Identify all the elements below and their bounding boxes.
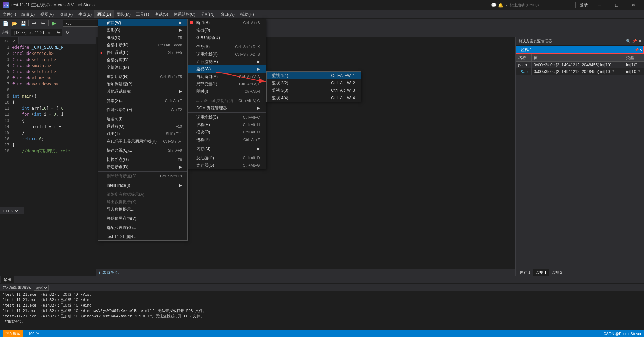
debug-menu-break-all[interactable]: 全部中断(K) Ctrl+Alt+Break	[98, 41, 187, 49]
sep-9	[98, 190, 187, 190]
menu-view[interactable]: 视图(V)	[38, 10, 56, 18]
debug-menu-continue[interactable]: 继续(C) F5	[98, 34, 187, 41]
debug-menu-restart[interactable]: 重新启动(R) Ctrl+Shift+F5	[98, 73, 187, 80]
zoom-select[interactable]: 100 %	[1, 209, 19, 213]
watch-row-1[interactable]: ▷ arr 0x00e3fc0c {2, 14941212, 2048455( …	[516, 62, 644, 68]
debug-menu-intellitrace[interactable]: IntelliTrace(I) ▶	[98, 182, 187, 189]
watch-1-menuitem[interactable]: 监视 1(1) Ctrl+Alt+W, 1	[267, 72, 361, 79]
window-submenu-locals[interactable]: 局部变量(L) Ctrl+Alt+V, L	[188, 80, 266, 88]
window-submenu-tasks[interactable]: 任务(S) Ctrl+Shift+D, K	[188, 43, 266, 50]
debug-menu-exceptions[interactable]: 异常(X)... Ctrl+Alt+E	[98, 97, 187, 104]
process-select[interactable]: [13256] test-11-21.exe	[11, 29, 62, 36]
watch-submenu-dropdown[interactable]: 监视 1(1) Ctrl+Alt+W, 1 监视 2(2) Ctrl+Alt+W…	[266, 71, 361, 102]
expand-icon-1[interactable]: ▷	[518, 63, 521, 67]
maximize-button[interactable]: □	[609, 0, 624, 10]
menu-debug[interactable]: 调试(D)	[94, 10, 114, 18]
window-submenu-disassembly[interactable]: 反汇编(D) Ctrl+Alt+D	[188, 154, 266, 162]
output-line-1: "test-11-21.exe" (Win32)：已加载 "D:\Visu	[3, 292, 641, 297]
debug-menu-perf[interactable]: 性能和诊断(F) Alt+F2	[98, 106, 187, 113]
login-button[interactable]: 登录	[580, 2, 588, 8]
watch-col-type: 类型	[624, 54, 644, 62]
solution-explorer-search[interactable]: 🔍	[626, 39, 631, 43]
debug-menu-dropdown[interactable]: 窗口(W) ▶ 图形(C) ▶ 继续(C) F5 全部中断(K) Ctrl+Al…	[98, 19, 188, 241]
close-button[interactable]: ✕	[626, 0, 641, 10]
minimize-button[interactable]: ─	[592, 0, 607, 10]
window-submenu-callstack[interactable]: 调用堆栈(K) Ctrl+Shift+D, S	[188, 50, 266, 58]
editor-tab-testc[interactable]: test.c ✕	[0, 37, 19, 44]
debug-menu-terminate-all[interactable]: 全部终止(M)	[98, 64, 187, 71]
debug-menu-other-targets[interactable]: 其他调试目标 ▶	[98, 88, 187, 95]
window-submenu-parallel-watch[interactable]: 并行监视(R) ▶	[188, 58, 266, 65]
watch-tab-memory1[interactable]: 内存 1	[517, 269, 533, 276]
window-submenu-gpu-threads[interactable]: GPU 线程(U)	[188, 34, 266, 41]
menu-build[interactable]: 生成(B)	[75, 10, 94, 18]
window-submenu-dom[interactable]: DOM 资源管理器 ▶	[188, 104, 266, 112]
window-submenu-output[interactable]: 输出(O)	[188, 26, 266, 34]
debug-menu-options[interactable]: 选项和设置(G)...	[98, 224, 187, 231]
debug-menu-quickwatch[interactable]: 快速监视(Q)... Shift+F9	[98, 147, 187, 154]
solution-explorer-pin[interactable]: 📌	[632, 39, 637, 43]
debug-menu-toggle-bp[interactable]: 切换断点(G) F9	[98, 156, 187, 163]
status-zoom[interactable]: 100 %	[28, 332, 39, 336]
window-submenu-threads[interactable]: 线程(H) Ctrl+Alt+H	[188, 121, 266, 128]
debug-menu-window[interactable]: 窗口(W) ▶	[98, 19, 187, 26]
debug-menu-properties[interactable]: test-11-21 属性...	[98, 233, 187, 240]
window-submenu-breakpoints[interactable]: 断点(B) Ctrl+Alt+B	[188, 19, 266, 26]
debug-menu-step-into[interactable]: 逐语句(I) F11	[98, 115, 187, 123]
debug-menu-attach[interactable]: 附加到进程(P)...	[98, 80, 187, 88]
menu-analyze[interactable]: 分析(N)	[198, 10, 217, 18]
watch-tab-watch1[interactable]: 监视 1	[533, 269, 549, 276]
toolbar-open[interactable]: 📂	[10, 19, 18, 27]
watch-panel-controls: 📌 ✕	[635, 48, 642, 52]
watch-2-menuitem[interactable]: 监视 2(2) Ctrl+Alt+W, 2	[267, 79, 361, 87]
window-submenu-callstack2[interactable]: 调用堆栈(C) Ctrl+Alt+C	[188, 113, 266, 121]
window-submenu-memory[interactable]: 内存(M) ▶	[188, 145, 266, 152]
solution-explorer-close[interactable]: ✕	[638, 39, 641, 43]
debug-menu-new-bp[interactable]: 新建断点(B) ▶	[98, 163, 187, 171]
menu-team[interactable]: 团队(M)	[114, 10, 133, 18]
debug-menu-stop[interactable]: ■ 停止调试(E) Shift+F5	[98, 49, 187, 56]
window-submenu-processes[interactable]: 进程(P) Ctrl+Alt+Z	[188, 136, 266, 143]
debug-menu-import-datatips[interactable]: 导入数据提示...	[98, 206, 187, 213]
menu-tools[interactable]: 工具(T)	[133, 10, 152, 18]
watch-pin-icon[interactable]: 📌	[635, 48, 639, 52]
debug-menu-step-over[interactable]: 逐过程(O) F10	[98, 123, 187, 130]
menu-project[interactable]: 项目(P)	[56, 10, 75, 18]
window-submenu-registers[interactable]: 寄存器(G) Ctrl+Alt+G	[188, 162, 266, 169]
window-submenu-modules[interactable]: 模块(O) Ctrl+Alt+U	[188, 128, 266, 136]
debug-menu-graphic[interactable]: 图形(C) ▶	[98, 26, 187, 34]
debug-menu-callstack-map[interactable]: 在代码图上显示调用堆栈(K) Ctrl+Shift+`	[98, 138, 187, 145]
output-source-select[interactable]: 调试	[34, 285, 49, 291]
watch-1-tab[interactable]: 监视 1 📌 ✕	[516, 46, 644, 54]
window-submenu-autos[interactable]: 自动窗口(A) Ctrl+Alt+V, A	[188, 73, 266, 80]
window-submenu-dropdown[interactable]: 断点(B) Ctrl+Alt+B 输出(O) GPU 线程(U) 任务(S) C…	[188, 19, 266, 169]
watch-tab-watch2[interactable]: 监视 2	[549, 269, 565, 276]
window-submenu-watch[interactable]: 监视(W) ▶	[188, 65, 266, 73]
debug-menu-detach-all[interactable]: 全部分离(D)	[98, 56, 187, 64]
quick-launch-input[interactable]	[508, 2, 576, 8]
watch-close-icon[interactable]: ✕	[639, 48, 642, 52]
menu-window[interactable]: 窗口(W)	[217, 10, 237, 18]
process-refresh[interactable]: ↻	[63, 28, 71, 37]
menu-arch[interactable]: 体系结构(C)	[171, 10, 198, 18]
toolbar-undo[interactable]: ↩	[30, 19, 38, 27]
watch-row-2[interactable]: &arr 0x00e3fc0c {2, 14941212, 2048455( i…	[516, 68, 644, 75]
watch-3-menuitem[interactable]: 监视 3(3) Ctrl+Alt+W, 3	[267, 87, 361, 94]
editor-tab-close[interactable]: ✕	[13, 39, 16, 43]
menu-file[interactable]: 文件(F)	[0, 10, 19, 18]
debug-menu-save-dump[interactable]: 将储值另存为(V)...	[98, 215, 187, 222]
toolbar-play[interactable]: ▶	[50, 19, 58, 27]
output-tab[interactable]: 输出	[1, 276, 14, 284]
menu-help[interactable]: 帮助(H)	[237, 10, 257, 18]
menu-test[interactable]: 测试(S)	[152, 10, 171, 18]
notification-count: 6	[505, 3, 507, 7]
watch-4-menuitem[interactable]: 监视 4(4) Ctrl+Alt+W, 4	[267, 94, 361, 102]
menu-edit[interactable]: 编辑(E)	[19, 10, 38, 18]
toolbar-save[interactable]: 💾	[19, 19, 27, 27]
debug-menu-step-out[interactable]: 跳出(T) Shift+F11	[98, 130, 187, 138]
solution-explorer-controls: 🔍 📌 ✕	[626, 39, 641, 43]
toolbar-new[interactable]: 📄	[1, 19, 9, 27]
toolbar-redo[interactable]: ↪	[39, 19, 47, 27]
output-header: 显示输出来源(S): 调试	[0, 284, 644, 291]
window-submenu-immediate[interactable]: 即时(I) Ctrl+Alt+I	[188, 88, 266, 95]
